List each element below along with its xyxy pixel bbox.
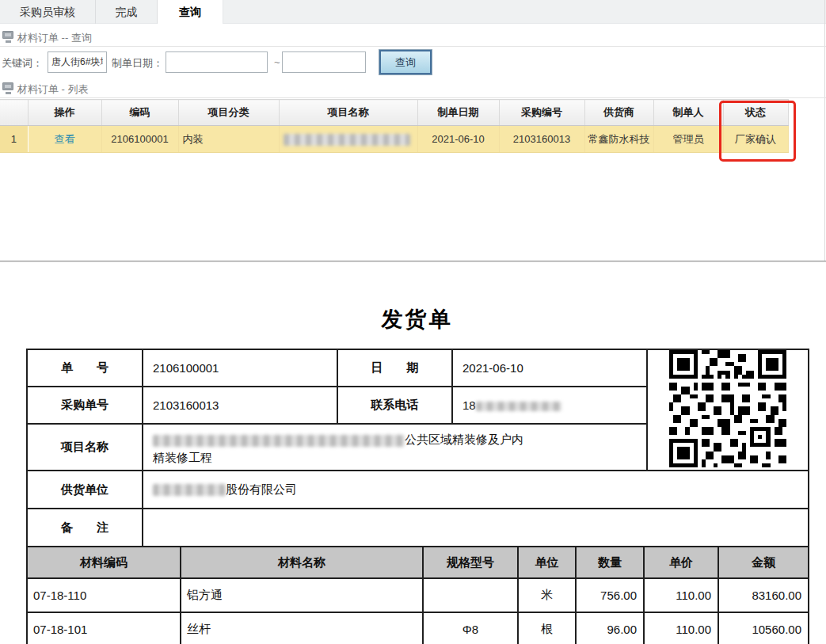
unit: 根: [518, 612, 576, 644]
col-creator: 制单人: [653, 100, 723, 126]
list-section-header: 材料订单 - 列表: [0, 80, 826, 98]
keyword-input[interactable]: [48, 51, 107, 73]
cell-supplier: 常鑫防水科技: [584, 126, 653, 153]
material-header-row: 材料编码 材料名称 规格型号 单位 数量 单价 金额: [27, 547, 809, 578]
date-value: 2021-06-10: [452, 349, 647, 387]
list-section-title: 材料订单 - 列表: [17, 82, 89, 97]
order-no-value: 2106100001: [143, 349, 337, 387]
amount: 10560.00: [718, 612, 809, 644]
col-action: 操作: [28, 100, 101, 126]
monitor-icon: [2, 31, 13, 39]
remark-value: [143, 509, 809, 547]
app-screen: 采购员审核 完成 查询 材料订单 -- 查询 关键词： 制单日期： ~ 查询 材…: [0, 0, 826, 644]
remark-label: 备 注: [27, 509, 143, 547]
cell-project-name: [279, 126, 417, 153]
material-name: 铝方通: [181, 578, 423, 612]
material-name: 丝杆: [181, 612, 423, 644]
col-supplier: 供货商: [584, 100, 653, 126]
col-unit-price: 单价: [644, 547, 718, 578]
cell-creator: 管理员: [653, 126, 723, 153]
col-status: 状态: [723, 100, 788, 126]
row-number-header: [0, 100, 28, 126]
date-to-input[interactable]: [282, 51, 366, 73]
material-code: 07-18-110: [27, 578, 181, 612]
phone-redacted: [476, 402, 561, 411]
quantity: 756.00: [576, 578, 644, 612]
purchase-no-label: 采购单号: [27, 387, 143, 423]
purchase-no-value: 2103160013: [143, 387, 337, 423]
date-label: 日 期: [337, 349, 452, 387]
material-code: 07-18-101: [27, 612, 181, 644]
cell-code: 2106100001: [101, 126, 178, 153]
material-table: 材料编码 材料名称 规格型号 单位 数量 单价 金额 07-18-110 铝方通…: [26, 546, 809, 644]
col-order-date: 制单日期: [417, 100, 499, 126]
monitor-icon: [2, 82, 13, 90]
unit-price: 110.00: [644, 578, 718, 612]
search-toolbar: 关键词： 制单日期： ~ 查询: [0, 49, 826, 78]
qr-code: [668, 350, 788, 467]
project-name-redacted: [153, 435, 405, 447]
col-category: 项目分类: [178, 100, 279, 126]
project-name-label: 项目名称: [27, 424, 143, 471]
panel-divider: [0, 261, 826, 262]
col-project-name: 项目名称: [279, 100, 417, 126]
table-row[interactable]: 1 查看 2106100001 内装 2021-06-10 2103160013…: [0, 126, 788, 153]
col-material-code: 材料编码: [27, 547, 181, 578]
project-name-value: 公共区域精装修及户内 精装修工程: [143, 424, 647, 471]
unit: 米: [518, 578, 576, 612]
view-link[interactable]: 查看: [55, 133, 75, 145]
phone-label: 联系电话: [337, 387, 452, 423]
col-code: 编码: [101, 100, 178, 126]
delivery-note: 发货单 单 号 2106100001 日 期 2021-06-10: [26, 303, 808, 644]
cell-purchase-no: 2103160013: [499, 126, 584, 153]
supplier-redacted: [153, 484, 226, 496]
spec-model: [423, 578, 518, 612]
tab-complete[interactable]: 完成: [96, 0, 158, 24]
col-quantity: 数量: [576, 547, 644, 578]
document-title: 发货单: [26, 303, 808, 349]
tab-query[interactable]: 查询: [158, 0, 223, 24]
amount: 83160.00: [718, 578, 809, 612]
col-purchase-no: 采购编号: [499, 100, 584, 126]
order-list-table: 操作 编码 项目分类 项目名称 制单日期 采购编号 供货商 制单人 状态 1 查…: [0, 99, 789, 153]
cell-order-date: 2021-06-10: [417, 126, 499, 153]
tab-buyer-review[interactable]: 采购员审核: [0, 0, 96, 24]
query-section-header: 材料订单 -- 查询: [0, 29, 826, 47]
tab-bar: 采购员审核 完成 查询: [0, 0, 826, 24]
query-section-title: 材料订单 -- 查询: [17, 31, 92, 45]
spec-model: Φ8: [423, 612, 518, 644]
quantity: 96.00: [576, 612, 644, 644]
supplier-label: 供货单位: [27, 471, 143, 509]
material-row: 07-18-110 铝方通 米 756.00 110.00 83160.00: [27, 578, 809, 612]
delivery-note-info-table: 单 号 2106100001 日 期 2021-06-10: [26, 349, 809, 547]
order-date-label: 制单日期：: [112, 56, 163, 70]
supplier-value: 股份有限公司: [143, 471, 809, 509]
order-list: 操作 编码 项目分类 项目名称 制单日期 采购编号 供货商 制单人 状态 1 查…: [0, 99, 792, 153]
date-from-input[interactable]: [166, 51, 268, 73]
list-header-row: 操作 编码 项目分类 项目名称 制单日期 采购编号 供货商 制单人 状态: [0, 100, 788, 126]
date-range-separator: ~: [274, 56, 280, 68]
phone-value: 18: [452, 387, 647, 423]
search-button[interactable]: 查询: [379, 50, 432, 74]
qr-cell: [647, 349, 809, 471]
material-row: 07-18-101 丝杆 Φ8 根 96.00 110.00 10560.00: [27, 612, 809, 644]
project-name-redacted: [284, 134, 410, 146]
row-number: 1: [0, 126, 28, 153]
order-no-label: 单 号: [27, 349, 143, 387]
cell-status: 厂家确认: [723, 126, 788, 153]
col-unit: 单位: [518, 547, 576, 578]
col-amount: 金额: [718, 547, 809, 578]
keyword-label: 关键词：: [2, 56, 43, 70]
col-material-name: 材料名称: [181, 547, 423, 578]
cell-category: 内装: [178, 126, 279, 153]
col-spec-model: 规格型号: [423, 547, 518, 578]
unit-price: 110.00: [644, 612, 718, 644]
